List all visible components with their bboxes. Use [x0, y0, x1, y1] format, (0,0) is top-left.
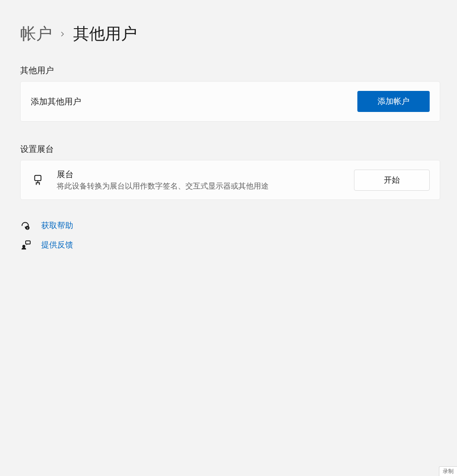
- kiosk-start-button[interactable]: 开始: [354, 170, 430, 191]
- kiosk-description: 将此设备转换为展台以用作数字签名、交互式显示器或其他用途: [57, 181, 342, 191]
- svg-text:?: ?: [26, 227, 28, 230]
- add-account-button[interactable]: 添加帐户: [357, 91, 430, 112]
- recording-badge: 录制: [439, 466, 457, 476]
- add-other-user-card: 添加其他用户 添加帐户: [20, 81, 440, 122]
- section-header-other-users: 其他用户: [20, 65, 440, 76]
- svg-rect-0: [35, 175, 41, 181]
- feedback-label: 提供反馈: [41, 239, 73, 250]
- breadcrumb: 帐户 其他用户: [20, 23, 440, 45]
- feedback-icon: [20, 239, 31, 250]
- svg-point-7: [22, 245, 25, 248]
- feedback-link[interactable]: 提供反馈: [20, 239, 440, 250]
- breadcrumb-current: 其他用户: [73, 23, 137, 45]
- kiosk-title: 展台: [57, 169, 342, 180]
- get-help-label: 获取帮助: [41, 220, 73, 231]
- svg-rect-8: [26, 241, 30, 244]
- kiosk-icon: [31, 173, 45, 187]
- add-other-user-label: 添加其他用户: [31, 96, 81, 107]
- chevron-right-icon: [60, 31, 66, 37]
- section-header-kiosk: 设置展台: [20, 144, 440, 155]
- kiosk-card: 展台 将此设备转换为展台以用作数字签名、交互式显示器或其他用途 开始: [20, 160, 440, 200]
- help-icon: ?: [20, 220, 31, 231]
- breadcrumb-parent[interactable]: 帐户: [20, 23, 52, 45]
- get-help-link[interactable]: ? 获取帮助: [20, 220, 440, 231]
